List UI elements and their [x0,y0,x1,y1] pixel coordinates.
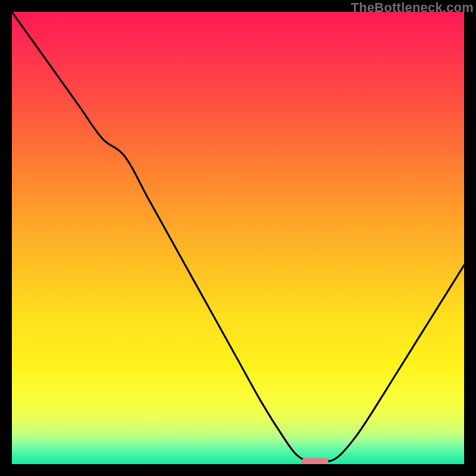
bottleneck-curve [12,12,464,462]
chart-svg [12,12,464,464]
plot-area [12,12,464,464]
optimal-marker [301,458,328,464]
chart-frame: TheBottleneck.com [0,0,476,476]
watermark-text: TheBottleneck.com [351,0,474,15]
